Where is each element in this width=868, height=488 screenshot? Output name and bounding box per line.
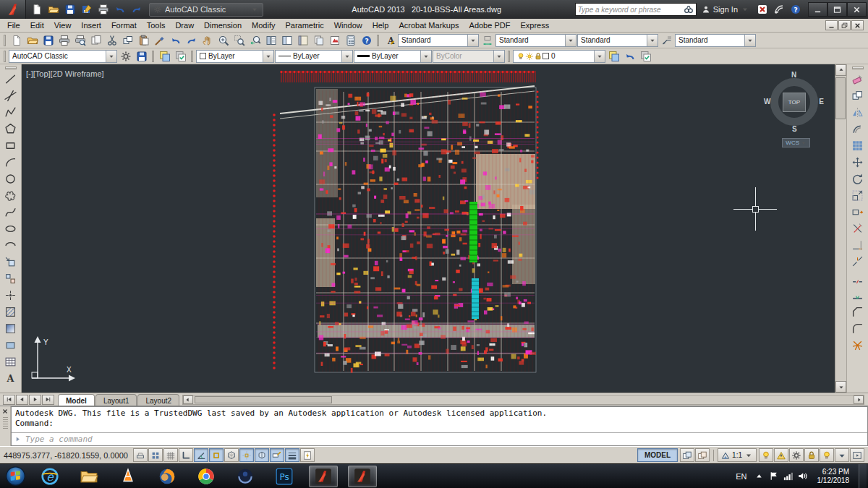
menu-adobe-pdf[interactable]: Adobe PDF	[464, 20, 516, 31]
taskbar-photoshop-button[interactable]: Ps	[270, 466, 299, 487]
communication-center-button[interactable]	[771, 2, 787, 17]
lwt-toggle-button[interactable]	[285, 448, 299, 462]
ortho-toggle-button[interactable]	[179, 448, 193, 462]
taskbar-chrome-button[interactable]	[192, 466, 221, 487]
viewcube-east[interactable]: E	[819, 98, 824, 106]
otrack-toggle-button[interactable]	[239, 448, 254, 462]
menu-draw[interactable]: Draw	[170, 20, 199, 31]
hidden-icons-icon[interactable]	[754, 471, 765, 481]
trim-tool-button[interactable]	[849, 221, 867, 237]
publish-button[interactable]	[88, 33, 103, 48]
spline-tool-button[interactable]	[2, 204, 20, 221]
scroll-left-button[interactable]	[183, 395, 193, 404]
exchange-apps-button[interactable]	[754, 2, 770, 17]
tab-layout2[interactable]: Layout2	[137, 394, 179, 406]
undo-button[interactable]	[112, 2, 128, 17]
scroll-down-button[interactable]	[835, 381, 846, 393]
maximize-button[interactable]	[827, 2, 847, 17]
redo-button[interactable]	[129, 2, 145, 17]
taskbar-media-player-button[interactable]	[114, 466, 142, 487]
snap-toggle-button[interactable]	[148, 448, 163, 462]
vertical-scroll-track[interactable]	[835, 76, 846, 381]
mleader-style-manager-button[interactable]	[659, 33, 674, 48]
layer-control-combo[interactable]: 0	[513, 50, 605, 63]
viewcube-top-face[interactable]: TOP	[783, 93, 806, 112]
multiline-text-tool-button[interactable]: A	[2, 370, 20, 387]
grid-toggle-button[interactable]	[163, 448, 178, 462]
menu-file[interactable]: File	[2, 20, 25, 31]
close-button[interactable]	[847, 2, 867, 17]
mdi-close-button[interactable]	[851, 20, 864, 30]
coordinates-readout[interactable]: 448975.3777, -61820.1559, 0.0000	[4, 451, 131, 460]
toolbar-grip[interactable]	[852, 67, 864, 69]
save-button[interactable]	[41, 33, 56, 48]
scale-tool-button[interactable]	[849, 187, 867, 204]
infocenter-search[interactable]: Type a keyword or phrase	[575, 3, 697, 16]
viewcube-north[interactable]: N	[791, 71, 796, 79]
table-style-combo[interactable]: Standard	[577, 34, 658, 47]
menu-express[interactable]: Express	[515, 20, 554, 31]
circle-tool-button[interactable]	[2, 171, 20, 187]
array-tool-button[interactable]	[849, 137, 867, 154]
redo-button[interactable]	[184, 33, 199, 48]
menu-acrobat-markups[interactable]: Acrobat Markups	[393, 20, 464, 31]
mdi-minimize-button[interactable]	[825, 20, 838, 30]
quickcalc-button[interactable]	[343, 33, 358, 48]
dyn-toggle-button[interactable]	[270, 448, 284, 462]
table-tool-button[interactable]	[2, 354, 20, 370]
join-tool-button[interactable]	[849, 287, 867, 304]
open-button[interactable]	[25, 33, 40, 48]
linetype-control-combo[interactable]: ByLayer	[275, 50, 353, 63]
menu-view[interactable]: View	[49, 20, 77, 31]
isolate-objects-button[interactable]	[820, 448, 834, 462]
insert-block-tool-button[interactable]	[2, 254, 20, 270]
lineweight-control-combo[interactable]: ByLayer	[354, 50, 432, 63]
menu-tools[interactable]: Tools	[142, 20, 171, 31]
status-menu-button[interactable]	[835, 448, 849, 462]
tab-last-button[interactable]	[42, 395, 54, 405]
scroll-up-button[interactable]	[835, 64, 846, 76]
rectangle-tool-button[interactable]	[2, 137, 20, 154]
polygon-tool-button[interactable]	[2, 121, 20, 137]
minimize-button[interactable]	[808, 2, 827, 17]
tab-layout1[interactable]: Layout1	[95, 394, 137, 406]
vertical-scroll-thumb[interactable]	[835, 77, 846, 119]
volume-icon[interactable]	[797, 471, 808, 481]
properties-button[interactable]	[263, 33, 278, 48]
toolbar-grip[interactable]	[508, 51, 510, 62]
model-space-button[interactable]: MODEL	[637, 448, 678, 462]
action-center-icon[interactable]	[768, 471, 779, 481]
workspaces-combo[interactable]: AutoCAD Classic	[9, 50, 117, 63]
search-binoculars-icon[interactable]	[684, 4, 694, 14]
vertical-scrollbar[interactable]	[835, 64, 846, 393]
layer-properties-button[interactable]	[157, 49, 172, 64]
scroll-right-button[interactable]	[854, 395, 864, 404]
command-history[interactable]: Autodesk DWG. This file is a TrustedDWG …	[12, 407, 867, 432]
language-indicator[interactable]: EN	[733, 472, 749, 481]
ellipse-arc-tool-button[interactable]	[2, 237, 20, 254]
polar-toggle-button[interactable]	[194, 448, 208, 462]
viewcube[interactable]: N S W E TOP	[764, 72, 825, 132]
region-tool-button[interactable]	[2, 337, 20, 354]
light-bulb-icon[interactable]	[516, 52, 525, 61]
open-button[interactable]	[46, 2, 61, 17]
taskbar-autocad-2-button[interactable]	[348, 466, 377, 487]
clean-screen-button[interactable]	[850, 448, 864, 462]
menu-insert[interactable]: Insert	[76, 20, 106, 31]
quick-view-drawings-button[interactable]	[695, 448, 710, 462]
horizontal-scrollbar[interactable]	[182, 395, 864, 405]
toolbar-grip[interactable]	[4, 51, 6, 62]
markup-set-manager-button[interactable]	[327, 33, 342, 48]
zoom-realtime-button[interactable]	[216, 33, 231, 48]
text-style-combo[interactable]: Standard	[398, 34, 479, 47]
save-button[interactable]	[62, 2, 78, 17]
annotation-scale-button[interactable]: 1:1	[718, 448, 757, 462]
qnew-button[interactable]	[29, 2, 45, 17]
workspace-dropdown[interactable]: AutoCAD Classic	[149, 3, 263, 17]
viewport-controls[interactable]: [-][Top][2D Wireframe]	[26, 69, 104, 78]
hatch-tool-button[interactable]	[2, 304, 20, 320]
start-button[interactable]	[0, 464, 30, 488]
make-object-layer-current-button[interactable]	[606, 49, 621, 64]
make-block-tool-button[interactable]	[2, 270, 20, 287]
point-tool-button[interactable]	[2, 287, 20, 304]
